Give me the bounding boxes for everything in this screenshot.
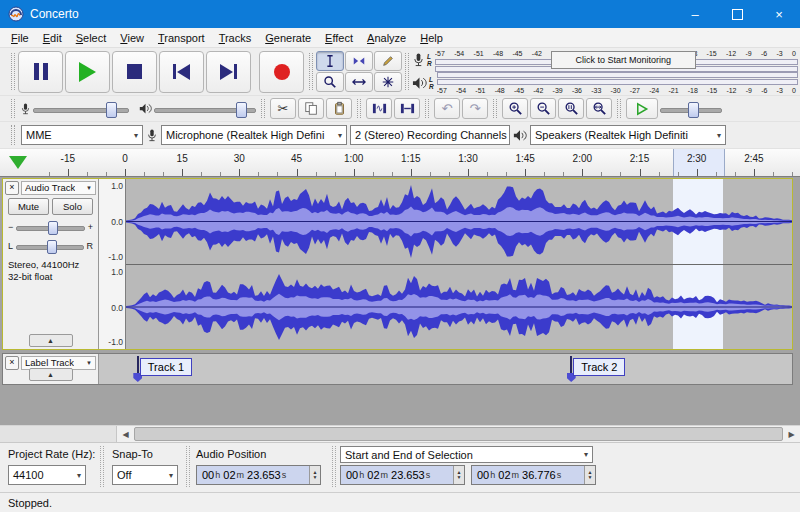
meter-scale-value: -18 xyxy=(688,86,698,95)
menu-effect[interactable]: Effect xyxy=(318,30,360,46)
recording-device-dropdown[interactable]: Microphone (Realtek High Defini▾ xyxy=(161,125,347,145)
gain-slider[interactable]: − + xyxy=(3,217,98,236)
zoom-to-selection-button[interactable] xyxy=(558,98,584,119)
chevron-down-icon: ▾ xyxy=(507,131,510,140)
audio-host-dropdown[interactable]: MME▾ xyxy=(21,125,143,145)
skip-to-start-button[interactable] xyxy=(159,51,204,93)
playback-meter[interactable]: LR -57-54-51-48-45-42-39-36-33-30-27-24-… xyxy=(412,72,798,94)
zoom-selection-icon xyxy=(564,101,579,116)
toolbar-grip[interactable] xyxy=(425,99,429,118)
toolbar-grip[interactable] xyxy=(309,53,313,90)
selection-mode-dropdown[interactable]: Start and End of Selection▾ xyxy=(340,446,593,463)
zoom-in-button[interactable] xyxy=(502,98,528,119)
selection-end-display[interactable]: 00h 02m 36.776s ▲▼ xyxy=(471,465,596,485)
close-track-button[interactable]: × xyxy=(5,356,19,370)
solo-button[interactable]: Solo xyxy=(52,198,93,215)
play-button[interactable] xyxy=(65,51,110,93)
snap-to-dropdown[interactable]: Off▾ xyxy=(112,465,178,485)
toolbar-grip[interactable] xyxy=(261,99,265,118)
toolbar-grip[interactable] xyxy=(11,125,15,145)
timeline-ruler[interactable]: -1501530451:001:151:301:452:002:152:302:… xyxy=(0,149,800,177)
zoom-out-button[interactable] xyxy=(530,98,556,119)
toolbar-grip[interactable] xyxy=(11,53,15,90)
audio-position-display[interactable]: 00h 02m 23.653s ▲▼ xyxy=(196,465,321,485)
label-track-panel: × Label Track ▼ ▲ xyxy=(3,354,99,384)
monitor-message[interactable]: Click to Start Monitoring xyxy=(551,51,696,69)
cut-button[interactable]: ✂ xyxy=(270,98,296,119)
menu-help[interactable]: Help xyxy=(413,30,450,46)
copy-button[interactable] xyxy=(298,98,324,119)
menu-generate[interactable]: Generate xyxy=(258,30,318,46)
slider-thumb[interactable] xyxy=(688,102,699,118)
menu-file[interactable]: File xyxy=(4,30,36,46)
record-button[interactable] xyxy=(259,51,304,93)
menu-edit[interactable]: Edit xyxy=(36,30,69,46)
recording-volume-slider[interactable] xyxy=(33,99,129,119)
mute-button[interactable]: Mute xyxy=(8,198,49,215)
selection-tool-button[interactable] xyxy=(316,51,344,71)
ruler-tick xyxy=(544,172,545,176)
menu-select[interactable]: Select xyxy=(69,30,114,46)
waveform-channel-left[interactable] xyxy=(126,179,792,265)
menu-tracks[interactable]: Tracks xyxy=(212,30,259,46)
slider-thumb[interactable] xyxy=(236,102,247,118)
collapse-track-button[interactable]: ▲ xyxy=(29,368,73,381)
spinner-icon[interactable]: ▲▼ xyxy=(584,466,595,484)
fit-project-button[interactable] xyxy=(586,98,612,119)
toolbar-grip[interactable] xyxy=(11,99,15,118)
collapse-track-button[interactable]: ▲ xyxy=(29,334,73,347)
toolbar-grip[interactable] xyxy=(617,99,621,118)
envelope-tool-button[interactable] xyxy=(345,51,373,71)
label-area[interactable]: Track 1Track 2 xyxy=(99,354,792,384)
waveform-channel-right[interactable] xyxy=(126,265,792,349)
playback-device-dropdown[interactable]: Speakers (Realtek High Definiti▾ xyxy=(530,125,726,145)
menu-transport[interactable]: Transport xyxy=(151,30,212,46)
scroll-right-button[interactable]: ▶ xyxy=(783,426,800,442)
slider-thumb[interactable] xyxy=(106,102,117,118)
track-title-menu[interactable]: Audio Track ▼ xyxy=(21,181,96,195)
close-track-button[interactable]: × xyxy=(5,181,19,195)
stop-button[interactable] xyxy=(112,51,157,93)
timeshift-tool-button[interactable] xyxy=(345,72,373,92)
menu-view[interactable]: View xyxy=(113,30,151,46)
pan-slider[interactable]: L R xyxy=(3,236,98,255)
horizontal-scrollbar[interactable]: ◀ ▶ xyxy=(0,425,800,442)
recording-meter[interactable]: LR -57-54-51-48-45-42-39-36-33-30-27-24-… xyxy=(412,49,798,71)
play-at-speed-button[interactable] xyxy=(626,98,658,119)
zoom-tool-button[interactable] xyxy=(316,72,344,92)
trim-outside-selection-button[interactable] xyxy=(366,98,392,119)
toolbar-grip[interactable] xyxy=(493,99,497,118)
toolbar-grip[interactable] xyxy=(405,53,409,90)
toolbar-grip[interactable] xyxy=(357,99,361,118)
scrollbar-thumb[interactable] xyxy=(134,427,783,441)
playback-volume-slider[interactable] xyxy=(154,99,256,119)
skip-to-end-button[interactable] xyxy=(206,51,251,93)
slider-thumb[interactable] xyxy=(48,221,58,235)
playback-speed-slider[interactable] xyxy=(660,99,722,119)
ruler-time-label: 1:15 xyxy=(401,153,420,164)
selection-start-display[interactable]: 00h 02m 23.653s ▲▼ xyxy=(340,465,465,485)
maximize-button[interactable] xyxy=(716,0,758,28)
draw-tool-button[interactable] xyxy=(374,51,402,71)
spinner-icon[interactable]: ▲▼ xyxy=(309,466,320,484)
slider-thumb[interactable] xyxy=(47,240,57,254)
menu-analyze[interactable]: Analyze xyxy=(360,30,413,46)
multi-tool-button[interactable] xyxy=(374,72,402,92)
project-rate-dropdown[interactable]: 44100▾ xyxy=(8,465,86,485)
vertical-scale-ruler[interactable]: 1.0 0.0 -1.0 1.0 0.0 -1.0 xyxy=(99,179,126,349)
waveform-area[interactable] xyxy=(126,179,792,349)
redo-button[interactable]: ↷ xyxy=(462,98,488,119)
scroll-left-button[interactable]: ◀ xyxy=(117,426,134,442)
silence-selection-button[interactable] xyxy=(394,98,420,119)
label-flag[interactable]: Track 1 xyxy=(140,358,192,376)
undo-button[interactable]: ↶ xyxy=(434,98,460,119)
minimize-icon: – xyxy=(691,7,698,22)
pause-button[interactable] xyxy=(18,51,63,93)
label-flag[interactable]: Track 2 xyxy=(573,358,625,376)
minimize-button[interactable]: – xyxy=(674,0,716,28)
play-start-marker-icon[interactable] xyxy=(9,156,27,169)
close-button[interactable]: × xyxy=(758,0,800,28)
spinner-icon[interactable]: ▲▼ xyxy=(453,466,464,484)
recording-channels-dropdown[interactable]: 2 (Stereo) Recording Channels▾ xyxy=(350,125,510,145)
paste-button[interactable] xyxy=(326,98,352,119)
